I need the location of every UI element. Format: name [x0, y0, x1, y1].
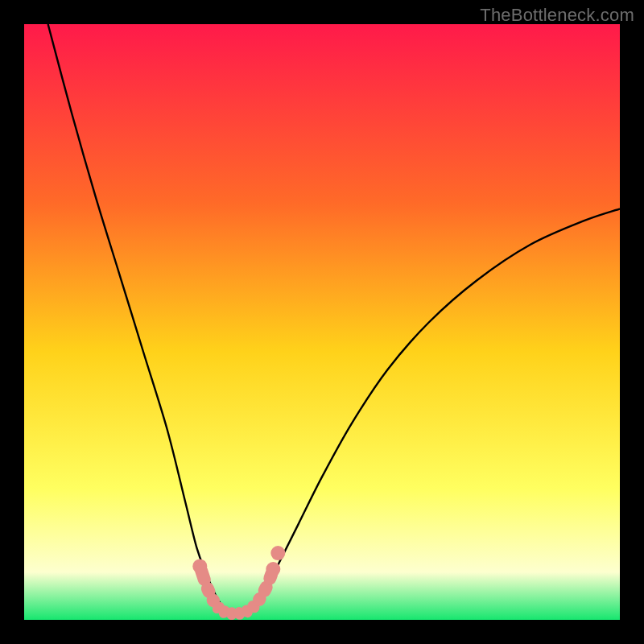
watermark-text: TheBottleneck.com: [480, 5, 634, 26]
marker-dot: [270, 546, 285, 560]
outer-frame: TheBottleneck.com: [0, 0, 644, 644]
bottleneck-chart: [24, 24, 620, 620]
plot-area: [24, 24, 620, 620]
gradient-background: [24, 24, 620, 620]
marker-dot: [266, 562, 280, 576]
